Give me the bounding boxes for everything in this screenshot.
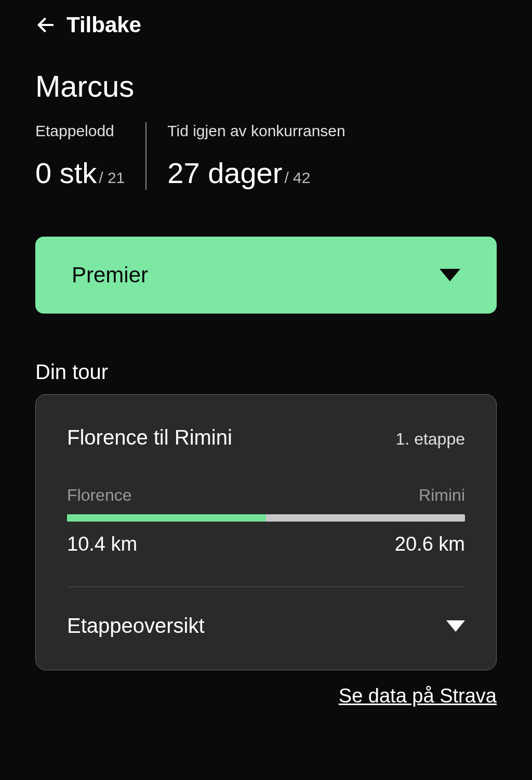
- back-button[interactable]: Tilbake: [35, 12, 497, 37]
- stat-value: 0 stk: [35, 156, 97, 190]
- stage-number: 1. etappe: [396, 430, 465, 449]
- stat-etappelodd: Etappelodd 0 stk / 21: [35, 122, 145, 190]
- premier-dropdown[interactable]: Premier: [35, 237, 497, 314]
- premier-label: Premier: [72, 263, 148, 288]
- user-name: Marcus: [35, 69, 497, 103]
- tour-section-title: Din tour: [35, 360, 497, 384]
- progress-fill: [67, 514, 266, 522]
- stat-tid-igjen: Tid igjen av konkurransen 27 dager / 42: [147, 122, 345, 190]
- etappe-overview-label: Etappeoversikt: [67, 614, 205, 638]
- etappe-overview-dropdown[interactable]: Etappeoversikt: [67, 608, 465, 644]
- stat-label: Etappelodd: [35, 122, 125, 140]
- back-label: Tilbake: [66, 12, 141, 37]
- distance-total: 20.6 km: [395, 533, 465, 555]
- strava-link[interactable]: Se data på Strava: [35, 685, 497, 707]
- city-to: Rimini: [419, 486, 465, 505]
- stats-row: Etappelodd 0 stk / 21 Tid igjen av konku…: [35, 122, 497, 190]
- chevron-down-icon: [446, 620, 465, 632]
- stage-name: Florence til Rimini: [67, 426, 232, 449]
- arrow-left-icon: [35, 15, 56, 35]
- stat-value: 27 dager: [167, 156, 282, 190]
- progress-bar: [67, 514, 465, 522]
- stat-sub: / 21: [99, 169, 125, 187]
- tour-card: Florence til Rimini 1. etappe Florence R…: [35, 394, 497, 670]
- divider: [67, 587, 465, 587]
- stat-sub: / 42: [284, 169, 310, 187]
- distance-done: 10.4 km: [67, 533, 137, 555]
- city-from: Florence: [67, 486, 132, 505]
- chevron-down-icon: [440, 269, 460, 281]
- stat-label: Tid igjen av konkurransen: [167, 122, 345, 140]
